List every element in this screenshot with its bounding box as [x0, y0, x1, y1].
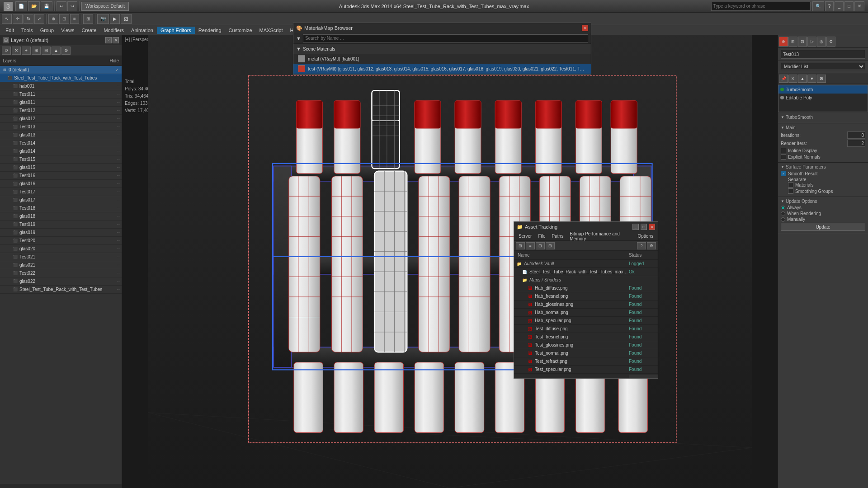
- layer-item[interactable]: ⬛Test016···: [0, 172, 122, 180]
- asset-tb-1[interactable]: ⊞: [516, 242, 525, 249]
- layer-item[interactable]: ⬛glas019···: [0, 229, 122, 237]
- layer-item[interactable]: ⬛glas013···: [0, 131, 122, 139]
- asset-list-item[interactable]: 📁Autodesk VaultLogged: [514, 260, 658, 268]
- rotate-btn[interactable]: ↻: [24, 14, 33, 24]
- asset-list-item[interactable]: 🖼Hab_fresnel.pngFound: [514, 292, 658, 300]
- scene-materials-header[interactable]: ▼ Scene Materials: [293, 44, 591, 54]
- asset-list-item[interactable]: 🖼Test_normal.pngFound: [514, 349, 658, 357]
- asset-menu-server[interactable]: Server: [516, 233, 534, 239]
- when-rendering-radio[interactable]: [781, 211, 785, 216]
- layers-up-btn[interactable]: ▲: [52, 47, 61, 55]
- asset-list-item[interactable]: 🖼Test_diffuse.pngFound: [514, 325, 658, 333]
- asset-list-item[interactable]: 📁Maps / Shaders: [514, 276, 658, 284]
- close-btn[interactable]: ✕: [854, 1, 864, 11]
- asset-menu-paths[interactable]: Paths: [549, 233, 566, 239]
- mod-icon-display[interactable]: ◎: [817, 37, 826, 47]
- layers-scrollbar[interactable]: [0, 483, 122, 488]
- layer-item[interactable]: ⬛Test014···: [0, 139, 122, 147]
- layer-item[interactable]: ⬛hab001···: [0, 82, 122, 90]
- open-btn[interactable]: 📂: [28, 1, 40, 11]
- smoothing-groups-checkbox[interactable]: [788, 188, 793, 194]
- pin-stack-btn[interactable]: 📌: [779, 75, 788, 83]
- move-btn[interactable]: ✛: [13, 14, 23, 24]
- search-btn[interactable]: 🔍: [812, 1, 824, 11]
- material-browser-close[interactable]: ✕: [582, 25, 588, 31]
- scale-btn[interactable]: ⤢: [34, 14, 44, 24]
- layers-delete-btn[interactable]: ✕: [12, 47, 21, 55]
- asset-list-item[interactable]: 🖼Test_fresnel.pngFound: [514, 333, 658, 341]
- asset-tb-settings[interactable]: ⚙: [647, 242, 656, 249]
- layer-item[interactable]: ⬛Test021···: [0, 253, 122, 261]
- asset-list-item[interactable]: 🖼Test_specular.pngFound: [514, 366, 658, 374]
- layer-item[interactable]: ⊞0 (default)✓: [0, 66, 122, 74]
- menu-graph-editors[interactable]: Graph Editors: [157, 27, 195, 34]
- isoline-checkbox[interactable]: [781, 148, 786, 153]
- asset-list-item[interactable]: 🖼Hab_specular.pngFound: [514, 317, 658, 325]
- manually-radio[interactable]: [781, 217, 785, 222]
- maximize-btn[interactable]: □: [844, 1, 854, 11]
- layer-item[interactable]: ⬛glas012···: [0, 115, 122, 123]
- layer-item[interactable]: ⬛glas020···: [0, 245, 122, 253]
- layer-item[interactable]: ⬛Test022···: [0, 269, 122, 277]
- menu-maxscript[interactable]: MAXScript: [256, 27, 287, 34]
- always-radio[interactable]: [781, 206, 785, 210]
- material-search-input[interactable]: [303, 34, 588, 42]
- layer-item[interactable]: ⬛Test020···: [0, 237, 122, 245]
- layers-expand-btn[interactable]: ⊟: [42, 47, 51, 55]
- asset-tracking-close[interactable]: ✕: [649, 224, 655, 230]
- menu-edit[interactable]: Edit: [2, 27, 18, 34]
- snap-btn[interactable]: ⊕: [48, 14, 58, 24]
- layer-item[interactable]: ⬛Steel_Test_Tube_Rack_with_Test_Tubes···: [0, 74, 122, 82]
- menu-customize[interactable]: Customize: [225, 27, 256, 34]
- asset-tb-help[interactable]: ?: [637, 242, 646, 249]
- layer-item[interactable]: ⬛Test012···: [0, 107, 122, 115]
- remove-mod-btn[interactable]: ✕: [788, 75, 797, 83]
- menu-animation[interactable]: Animation: [127, 27, 157, 34]
- mod-icon-create[interactable]: ⊕: [779, 37, 788, 47]
- layer-item[interactable]: ⬛glas016···: [0, 180, 122, 188]
- layer-item[interactable]: ⬛Test019···: [0, 221, 122, 229]
- object-name-input[interactable]: [781, 50, 865, 59]
- layer-item[interactable]: ⬛glas022···: [0, 277, 122, 286]
- material-item-metal[interactable]: metal (VRayMtl) [hab001]: [293, 54, 591, 64]
- menu-rendering[interactable]: Rendering: [195, 27, 225, 34]
- asset-list-item[interactable]: 🖼Test_glossines.pngFound: [514, 341, 658, 349]
- asset-list-item[interactable]: 🖼Hab_diffuse.pngFound: [514, 284, 658, 292]
- render-iters-input[interactable]: [847, 140, 865, 147]
- layer-item[interactable]: ⬛glas014···: [0, 147, 122, 155]
- asset-tb-4[interactable]: ⊞: [546, 242, 555, 249]
- menu-group[interactable]: Group: [37, 27, 58, 34]
- viewport[interactable]: [+] [Perspective] [Shaded + Edged Faces]…: [122, 35, 778, 488]
- minimize-btn[interactable]: _: [835, 1, 844, 11]
- asset-list-item[interactable]: 🖼Hab_normal.pngFound: [514, 309, 658, 317]
- asset-list-item[interactable]: 🖼Test_refract.pngFound: [514, 357, 658, 366]
- layers-collapse-btn[interactable]: ⊞: [32, 47, 41, 55]
- save-btn[interactable]: 💾: [41, 1, 52, 11]
- materials-checkbox[interactable]: [788, 182, 793, 188]
- layers-refresh-btn[interactable]: ↺: [2, 47, 11, 55]
- layer-mgr-btn[interactable]: ⊞: [83, 14, 93, 24]
- layer-item[interactable]: ⬛Test018···: [0, 204, 122, 212]
- help-btn[interactable]: ?: [825, 1, 834, 11]
- workspace-dropdown[interactable]: Workspace: Default: [81, 2, 129, 11]
- modifier-stack-item[interactable]: TurboSmooth: [778, 85, 868, 94]
- make-unique-btn[interactable]: ⊠: [817, 75, 826, 83]
- mod-icon-utilities[interactable]: ⚙: [826, 37, 835, 47]
- menu-modifiers[interactable]: Modifiers: [100, 27, 127, 34]
- layer-item[interactable]: ⬛glas021···: [0, 261, 122, 269]
- modifier-list-dropdown[interactable]: Modifier List: [781, 63, 865, 70]
- menu-views[interactable]: Views: [57, 27, 78, 34]
- layers-close-btn[interactable]: ✕: [113, 37, 119, 43]
- asset-menu-bitmap[interactable]: Bitmap Performance and Memory: [567, 231, 634, 242]
- layer-item[interactable]: ⬛glas015···: [0, 164, 122, 172]
- layer-item[interactable]: ⬛Steel_Test_Tube_Rack_with_Test_Tubes···: [0, 286, 122, 294]
- mod-icon-modify[interactable]: ⊞: [788, 37, 797, 47]
- mirror-btn[interactable]: ⊡: [59, 14, 69, 24]
- layer-item[interactable]: ⬛Test015···: [0, 155, 122, 164]
- layer-item[interactable]: ⬛glas017···: [0, 196, 122, 204]
- align-btn[interactable]: ≡: [70, 14, 79, 24]
- mod-up-btn[interactable]: ▲: [798, 75, 807, 83]
- material-item-test[interactable]: test (VRayMtl) [glas011, glas012, glas01…: [293, 64, 591, 74]
- layers-help-btn[interactable]: ?: [105, 37, 112, 43]
- layers-settings-btn[interactable]: ⚙: [61, 47, 71, 55]
